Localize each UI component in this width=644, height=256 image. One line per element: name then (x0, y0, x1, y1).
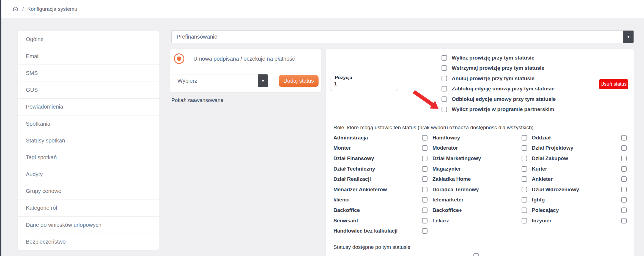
sidebar-item[interactable]: SMS (18, 64, 159, 81)
role-checkbox[interactable] (621, 176, 627, 182)
role-checkbox[interactable] (422, 187, 427, 192)
role-row: Dział Zakupów (532, 153, 627, 164)
sidebar-item[interactable]: GUS (18, 82, 159, 98)
role-checkbox[interactable] (621, 166, 627, 172)
role-row: Ankieter (532, 174, 627, 184)
role-checkbox[interactable] (422, 166, 427, 172)
sidebar-item[interactable]: Bezpieczeństwo (18, 233, 159, 250)
role-row: Dział Marketingowy (432, 153, 527, 164)
position-field[interactable]: Pozycja 1 (330, 75, 398, 91)
role-checkbox[interactable] (621, 156, 627, 161)
role-row: Dział Techniczny (333, 164, 427, 174)
flag-row: Wstrzymaj prowizję przy tym statusie (442, 63, 556, 74)
settings-sidebar: Ogólne Email SMS GUS Powiadomienia Spotk… (18, 31, 159, 250)
role-checkbox[interactable] (621, 145, 627, 151)
top-header: / Konfiguracja systemu (0, 0, 644, 18)
breadcrumb-separator: / (22, 6, 24, 12)
sidebar-item[interactable]: Dane do wniosków urlopowych (18, 216, 159, 233)
role-row: Backoffice (333, 205, 427, 215)
sidebar-item[interactable]: Grupy cenowe (18, 183, 159, 200)
role-label: Administracja (333, 135, 368, 141)
role-checkbox[interactable] (522, 166, 527, 172)
sidebar-item[interactable]: Powiadomienia (18, 98, 159, 115)
role-row: Kurier (532, 164, 627, 174)
role-label: Dział Projektowy (532, 145, 573, 151)
role-label: Handlowcy (432, 135, 460, 141)
flag-checkbox[interactable] (442, 86, 447, 91)
annotation-arrow-icon (412, 90, 441, 111)
chevron-down-icon[interactable]: ▼ (258, 74, 268, 87)
role-row: Doradca Terenowy (432, 184, 527, 195)
next-status-checkbox[interactable] (473, 253, 479, 256)
sidebar-item[interactable]: Ogólne (18, 31, 159, 48)
role-checkbox[interactable] (522, 208, 527, 213)
sidebar-item[interactable]: Email (18, 48, 159, 64)
role-label: Moderator (432, 145, 458, 151)
role-checkbox[interactable] (422, 156, 427, 161)
sidebar-item[interactable]: Audyty (18, 166, 159, 183)
home-icon[interactable] (12, 6, 19, 12)
role-checkbox[interactable] (522, 187, 527, 192)
flag-checkbox[interactable] (442, 55, 447, 61)
role-checkbox[interactable] (621, 187, 627, 192)
role-label: Backoffice+ (432, 207, 462, 213)
section-divider (326, 240, 634, 240)
role-label: telemarketer (432, 197, 464, 203)
sidebar-item[interactable]: Tagi spotkań (18, 149, 159, 166)
status-radio-label: Umowa podpisana / oczekuje na płatność (193, 56, 295, 62)
role-checkbox[interactable] (422, 197, 427, 203)
flag-row: Wylicz prowizję przy tym statusie (442, 53, 556, 63)
sidebar-item[interactable]: Spotkania (18, 115, 159, 132)
role-checkbox[interactable] (522, 156, 527, 161)
role-row: Handlowiec bez kalkulacji (333, 226, 427, 236)
show-advanced-link[interactable]: Pokaż zaawansowane (171, 97, 223, 103)
role-checkbox[interactable] (621, 197, 627, 203)
role-checkbox[interactable] (422, 208, 427, 213)
sidebar-item[interactable]: Kategorie ról (18, 200, 159, 216)
role-checkbox[interactable] (621, 208, 627, 213)
role-checkbox[interactable] (422, 228, 427, 234)
add-status-button[interactable]: Dodaj status (279, 75, 319, 87)
roles-column-3: Oddział Dział Projektowy Dział Zakupów K… (532, 133, 627, 226)
role-checkbox[interactable] (522, 145, 527, 151)
role-checkbox[interactable] (522, 176, 527, 182)
flag-checkbox[interactable] (442, 76, 447, 81)
flag-row: Odblokuj edycję umowy przy tym statusie (442, 94, 556, 104)
role-row: Monter (333, 143, 427, 153)
status-picker-select[interactable]: Wybierz ▼ (173, 74, 268, 87)
role-checkbox[interactable] (522, 218, 527, 223)
role-checkbox[interactable] (422, 145, 427, 151)
status-radio[interactable] (174, 53, 184, 64)
role-label: Zakładka Home (432, 176, 471, 182)
chevron-down-icon[interactable]: ▼ (623, 31, 634, 43)
role-label: Inżynier (532, 218, 552, 224)
role-checkbox[interactable] (621, 218, 627, 223)
role-label: Magazynier (432, 166, 461, 172)
role-checkbox[interactable] (422, 135, 427, 141)
flag-label: Wylicz prowizję przy tym statusie (452, 55, 535, 61)
flag-checkbox[interactable] (442, 107, 447, 112)
delete-status-button[interactable]: Usuń status (599, 79, 628, 89)
flag-label: Zablokuj edycję umowy przy tym statusie (452, 86, 555, 92)
role-checkbox[interactable] (621, 135, 627, 141)
role-row: Inżynier (532, 215, 627, 226)
position-input[interactable]: 1 (330, 80, 398, 87)
role-row: fghfg (532, 195, 627, 205)
role-checkbox[interactable] (522, 197, 527, 203)
roles-column-2: Handlowcy Moderator Dział Marketingowy M… (432, 133, 527, 226)
role-checkbox[interactable] (422, 176, 427, 182)
role-label: Doradca Terenowy (432, 187, 479, 193)
role-row: Dział Realizacji (333, 174, 427, 184)
role-row: Moderator (432, 143, 527, 153)
role-checkbox[interactable] (522, 135, 527, 141)
role-label: Oddział (532, 135, 551, 141)
role-label: Dział Realizacji (333, 176, 371, 182)
status-type-select[interactable]: Prefinansowanie ▼ (171, 30, 634, 43)
flag-checkbox[interactable] (442, 96, 447, 102)
flag-row: Zablokuj edycję umowy przy tym statusie (442, 84, 556, 94)
flag-checkbox[interactable] (442, 65, 447, 71)
sidebar-item[interactable]: Statusy spotkań (18, 132, 159, 149)
role-checkbox[interactable] (422, 218, 427, 223)
status-radio-row: Umowa podpisana / oczekuje na płatność (174, 53, 295, 64)
role-row: Zakładka Home (432, 174, 527, 184)
